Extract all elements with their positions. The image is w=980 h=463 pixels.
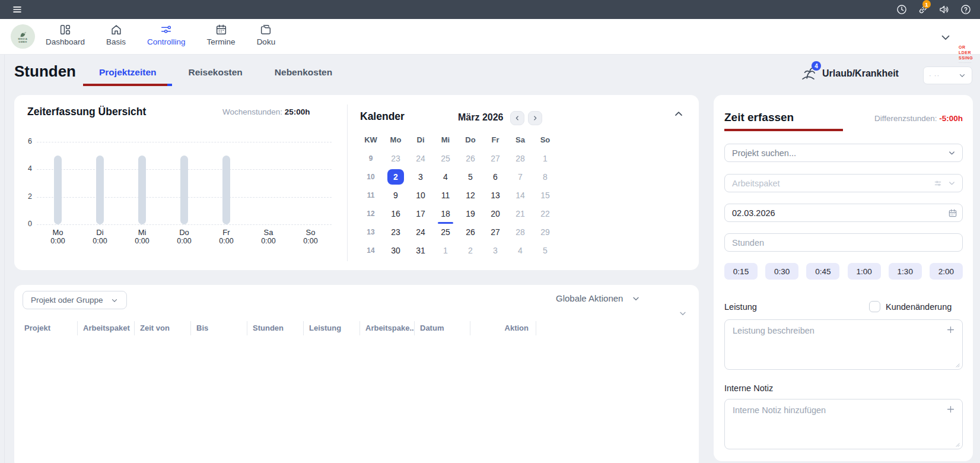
- column-header-aktion: Aktion: [470, 321, 536, 335]
- calendar-day[interactable]: 2: [462, 243, 479, 258]
- calendar-day[interactable]: 19: [462, 206, 479, 221]
- chart-y-tick: 0: [20, 220, 32, 228]
- calendar-day[interactable]: 5: [537, 243, 553, 258]
- chart-day-label: Mo: [39, 228, 78, 237]
- chevron-down-icon: [947, 148, 956, 157]
- calendar-day[interactable]: 24: [412, 224, 429, 240]
- work-package-placeholder: Arbeitspaket: [732, 179, 780, 188]
- calendar-day[interactable]: 23: [387, 151, 404, 166]
- tab-reisekosten[interactable]: Reisekosten: [172, 60, 258, 86]
- project-search-select[interactable]: Projekt suchen...: [724, 144, 963, 162]
- calendar-day[interactable]: 26: [462, 151, 479, 166]
- calendar-day[interactable]: 3: [487, 243, 504, 258]
- chevron-down-icon: [958, 71, 966, 80]
- chart-day-total: 0:00: [165, 237, 204, 246]
- nav-item-doku[interactable]: Doku: [257, 23, 276, 46]
- nav-item-dashboard[interactable]: Dashboard: [46, 23, 85, 46]
- tab-nebenkosten[interactable]: Nebenkosten: [259, 60, 348, 86]
- calendar-day[interactable]: 31: [412, 243, 429, 258]
- project-group-filter[interactable]: Projekt oder Gruppe: [23, 291, 127, 309]
- global-actions-label: Globale Aktionen: [556, 293, 623, 303]
- vacation-link[interactable]: 4 Urlaub/Krankheit: [800, 65, 899, 81]
- calendar-day[interactable]: 28: [512, 151, 529, 166]
- calendar-day[interactable]: 1: [437, 243, 454, 258]
- hamburger-menu-button[interactable]: [12, 4, 23, 15]
- calendar-next-button[interactable]: [528, 111, 542, 125]
- calendar-day[interactable]: 16: [387, 206, 404, 221]
- chart-bar-fr: [222, 156, 230, 224]
- quick-time-0-45[interactable]: 0:45: [806, 263, 839, 280]
- calendar-day[interactable]: 25: [437, 224, 454, 240]
- customer-change-checkbox[interactable]: [869, 301, 880, 312]
- calendar-day[interactable]: 3: [412, 169, 429, 185]
- calendar-day[interactable]: 5: [462, 169, 479, 185]
- calendar-day[interactable]: 27: [487, 224, 504, 240]
- calendar-day[interactable]: 15: [537, 188, 553, 203]
- user-select[interactable]: · ··: [923, 66, 972, 84]
- tab-projektzeiten[interactable]: Projektzeiten: [83, 60, 172, 86]
- calendar-day[interactable]: 11: [437, 188, 454, 203]
- company-logo[interactable]: MEDIA GMBH: [11, 24, 35, 49]
- clock-icon[interactable]: [896, 4, 908, 15]
- calendar-day[interactable]: 26: [462, 224, 479, 240]
- internal-note-textarea[interactable]: [724, 399, 963, 449]
- calendar-day[interactable]: 21: [512, 206, 529, 221]
- megaphone-icon[interactable]: [938, 4, 950, 15]
- calendar-day[interactable]: 6: [487, 169, 504, 185]
- entries-expand-chevron-icon[interactable]: [678, 309, 688, 318]
- nav-item-label: Dashboard: [46, 37, 85, 46]
- link-icon[interactable]: 1: [917, 4, 929, 15]
- chart-x-label: So0:00: [291, 228, 330, 246]
- calendar-day[interactable]: 4: [437, 169, 454, 185]
- nav-item-controlling[interactable]: Controlling: [147, 23, 186, 46]
- service-description-textarea[interactable]: [724, 319, 963, 370]
- calendar-day[interactable]: 27: [487, 151, 504, 166]
- help-icon[interactable]: [960, 4, 972, 15]
- add-note-icon[interactable]: [946, 404, 956, 414]
- calendar-day[interactable]: 7: [512, 169, 529, 185]
- quick-time-2-00[interactable]: 2:00: [930, 263, 963, 280]
- calendar-prev-button[interactable]: [510, 111, 524, 125]
- calendar-day[interactable]: 20: [487, 206, 504, 221]
- quick-time-0-15[interactable]: 0:15: [724, 263, 758, 280]
- calendar-day[interactable]: 22: [537, 206, 553, 221]
- chart-day-label: Do: [165, 228, 204, 237]
- calendar-day[interactable]: 29: [537, 224, 553, 240]
- date-input[interactable]: [724, 204, 963, 222]
- calendar-day-selected[interactable]: 2: [387, 169, 404, 185]
- calendar-day[interactable]: 14: [512, 188, 529, 203]
- quick-time-0-30[interactable]: 0:30: [765, 263, 798, 280]
- global-actions-button[interactable]: Globale Aktionen: [556, 293, 641, 303]
- nav-chevron-down-icon[interactable]: [939, 31, 952, 44]
- calendar-day[interactable]: 17: [412, 206, 429, 221]
- column-header-arbeitspake-: Arbeitspake..: [359, 321, 414, 335]
- calendar-day-today[interactable]: 18: [437, 206, 454, 221]
- collapse-chevron-up-icon[interactable]: [673, 108, 685, 120]
- quick-time-1-00[interactable]: 1:00: [848, 263, 881, 280]
- calendar-day[interactable]: 13: [487, 188, 504, 203]
- calendar-day[interactable]: 25: [437, 151, 454, 166]
- logo-text-line2: GMBH: [18, 41, 27, 44]
- vacation-label: Urlaub/Krankheit: [822, 68, 899, 79]
- calendar-day[interactable]: 10: [412, 188, 429, 203]
- chart-day-total: 0:00: [291, 237, 330, 246]
- calendar-day[interactable]: 30: [387, 243, 404, 258]
- calendar-day[interactable]: 8: [537, 169, 553, 185]
- nav-item-basis[interactable]: Basis: [106, 23, 126, 46]
- hours-input[interactable]: [724, 233, 963, 252]
- quick-time-1-30[interactable]: 1:30: [889, 263, 922, 280]
- calendar-day[interactable]: 9: [387, 188, 404, 203]
- calendar-day[interactable]: 12: [462, 188, 479, 203]
- nav-item-termine[interactable]: Termine: [207, 23, 236, 46]
- work-package-select[interactable]: Arbeitspaket: [724, 174, 963, 192]
- calendar-day[interactable]: 24: [412, 151, 429, 166]
- project-group-filter-label: Projekt oder Gruppe: [31, 296, 103, 305]
- calendar-day[interactable]: 1: [537, 151, 553, 166]
- chart-x-label: Di0:00: [81, 228, 120, 246]
- calendar-day-header: Mi: [441, 135, 450, 144]
- calendar-day[interactable]: 4: [512, 243, 529, 258]
- customer-change-label: Kundenänderung: [886, 302, 952, 312]
- calendar-day[interactable]: 28: [512, 224, 529, 240]
- add-service-icon[interactable]: [946, 325, 956, 335]
- calendar-day[interactable]: 23: [387, 224, 404, 240]
